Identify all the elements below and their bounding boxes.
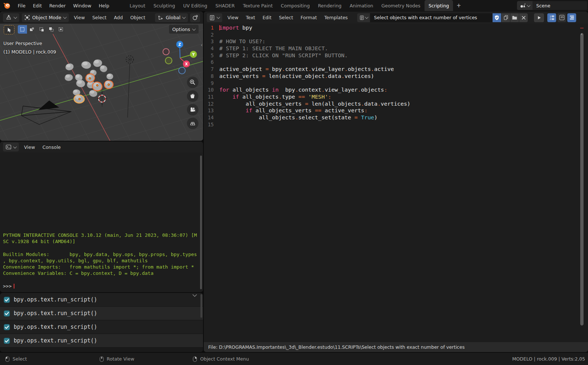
info-scrollbar[interactable] bbox=[200, 294, 202, 318]
info-report-row[interactable]: bpy.ops.text.run_script() bbox=[0, 334, 203, 348]
select-mode-extend-button[interactable] bbox=[27, 25, 37, 34]
open-text-button[interactable] bbox=[510, 13, 519, 22]
viewport-menu-object[interactable]: Object bbox=[126, 11, 149, 24]
info-report-row[interactable]: bpy.ops.text.run_script() bbox=[0, 293, 203, 307]
unlink-text-button[interactable] bbox=[519, 13, 528, 22]
viewport-sidebar-toggle[interactable]: ‹ bbox=[201, 42, 203, 48]
text-browse-button[interactable] bbox=[357, 13, 370, 22]
text-menu-format[interactable]: Format bbox=[297, 11, 321, 24]
text-menu-select[interactable]: Select bbox=[275, 11, 297, 24]
viewport-menu-add[interactable]: Add bbox=[110, 11, 126, 24]
workspace-tab-uv-editing[interactable]: UV Editing bbox=[179, 0, 211, 11]
fake-user-button[interactable] bbox=[493, 13, 501, 22]
topbar-menu-file[interactable]: File bbox=[14, 0, 29, 11]
code-line[interactable]: 7active_object = bpy.context.view_layer.… bbox=[204, 66, 588, 73]
code-line[interactable]: 2 bbox=[204, 31, 588, 38]
code-line[interactable]: 13 if all_objects_verts == active_verts: bbox=[204, 107, 588, 114]
camera-view-button[interactable] bbox=[187, 104, 199, 116]
text-name-field[interactable]: Select objects with exact number of vert… bbox=[370, 13, 492, 22]
new-text-button[interactable] bbox=[501, 13, 510, 22]
rock-object[interactable] bbox=[73, 89, 80, 95]
line-numbers-toggle[interactable]: 1 2 bbox=[547, 13, 556, 22]
viewport-canvas[interactable]: Z Y X bbox=[0, 24, 203, 141]
transform-orientation-dropdown[interactable]: Global bbox=[155, 13, 188, 22]
code-line[interactable]: 14 all_objects.select_set(state = True) bbox=[204, 114, 588, 121]
code-line[interactable]: 8active_verts = len(active_object.data.v… bbox=[204, 73, 588, 80]
console-editor-type-button[interactable] bbox=[3, 143, 19, 151]
select-mode-new-button[interactable] bbox=[18, 25, 27, 34]
chevron-down-icon bbox=[13, 145, 17, 149]
console-scrollbar[interactable] bbox=[200, 156, 202, 289]
workspace-tab-compositing[interactable]: Compositing bbox=[277, 0, 314, 11]
code-text: # STEP 2: CLICK ON "RUN SCRIPT" BUTTON. bbox=[219, 52, 348, 59]
collapse-chevron-icon[interactable] bbox=[192, 294, 197, 297]
workspace-tab-scripting[interactable]: Scripting bbox=[425, 0, 453, 11]
syntax-highlight-toggle[interactable] bbox=[567, 13, 576, 22]
checkbox-icon[interactable] bbox=[4, 310, 10, 317]
code-line[interactable]: 9 bbox=[204, 80, 588, 87]
console-menu-console[interactable]: Console bbox=[39, 141, 65, 153]
run-script-button[interactable] bbox=[534, 13, 544, 22]
text-menu-text[interactable]: Text bbox=[242, 11, 259, 24]
workspace-tab-geometry-nodes[interactable]: Geometry Nodes bbox=[377, 0, 424, 11]
select-mode-subtract-button[interactable] bbox=[37, 25, 46, 34]
checkbox-icon[interactable] bbox=[4, 324, 10, 330]
scene-browse-button[interactable] bbox=[517, 1, 533, 10]
console-prompt-line[interactable]: >>> bbox=[3, 283, 200, 289]
workspace-tab-rendering[interactable]: Rendering bbox=[314, 0, 346, 11]
status-hint-object-context-menu: Object Context Menu bbox=[193, 356, 249, 362]
proportional-editing-button[interactable] bbox=[190, 13, 200, 22]
workspace-tab-layout[interactable]: Layout bbox=[125, 0, 149, 11]
console-body[interactable]: PYTHON INTERACTIVE CONSOLE 3.10.12 (main… bbox=[0, 153, 203, 292]
zoom-button[interactable] bbox=[187, 77, 199, 88]
tweak-tool-button[interactable] bbox=[4, 25, 14, 34]
code-line[interactable]: 10for all_objects in bpy.context.view_la… bbox=[204, 86, 588, 93]
rock-object-active[interactable] bbox=[74, 95, 85, 103]
text-menu-edit[interactable]: Edit bbox=[259, 11, 275, 24]
mode-dropdown[interactable]: Object Mode bbox=[22, 13, 69, 22]
gizmo-neg-x[interactable] bbox=[163, 49, 169, 55]
rock-object[interactable] bbox=[107, 74, 113, 79]
code-line[interactable]: 15 bbox=[204, 121, 588, 128]
viewport-menu-view[interactable]: View bbox=[70, 11, 89, 24]
pan-button[interactable] bbox=[187, 91, 199, 102]
code-line[interactable]: 1import bpy bbox=[204, 24, 588, 31]
workspace-tab-texture-paint[interactable]: Texture Paint bbox=[239, 0, 277, 11]
viewport-menu-select[interactable]: Select bbox=[88, 11, 110, 24]
topbar-menu-window[interactable]: Window bbox=[70, 0, 95, 11]
code-line[interactable]: 4# STEP 1: SELECT THE MAIN OBJECT. bbox=[204, 45, 588, 52]
text-menu-templates[interactable]: Templates bbox=[321, 11, 352, 24]
code-editor[interactable]: 1import bpy23# HOW TO USE?:4# STEP 1: SE… bbox=[204, 24, 588, 342]
workspace-tab-animation[interactable]: Animation bbox=[346, 0, 378, 11]
viewport-editor-type-button[interactable] bbox=[3, 13, 19, 22]
scene-name-field[interactable]: Scene bbox=[533, 1, 587, 10]
code-line[interactable]: 11 if all_objects.type == 'MESH': bbox=[204, 93, 588, 100]
gizmo-neg-y[interactable] bbox=[165, 57, 172, 64]
text-menu-view[interactable]: View bbox=[224, 11, 242, 24]
checkbox-icon[interactable] bbox=[4, 338, 10, 344]
select-mode-invert-button[interactable] bbox=[47, 25, 56, 34]
text-editor-type-button[interactable] bbox=[207, 13, 222, 22]
code-line[interactable]: 5# STEP 2: CLICK ON "RUN SCRIPT" BUTTON. bbox=[204, 52, 588, 59]
checkbox-icon[interactable] bbox=[4, 297, 10, 303]
gizmo-neg-z[interactable] bbox=[179, 67, 185, 74]
blender-logo-icon[interactable] bbox=[3, 1, 11, 10]
info-report-row[interactable]: bpy.ops.text.run_script() bbox=[0, 320, 203, 334]
new-workspace-button[interactable]: + bbox=[453, 0, 464, 11]
text-sidebar-toggle[interactable]: ‹ bbox=[580, 31, 583, 37]
select-mode-intersect-button[interactable] bbox=[56, 25, 65, 34]
options-dropdown[interactable]: Options bbox=[169, 25, 199, 34]
code-line[interactable]: 6 bbox=[204, 59, 588, 66]
topbar-menu-edit[interactable]: Edit bbox=[29, 0, 45, 11]
word-wrap-toggle[interactable] bbox=[557, 13, 566, 22]
topbar-menu-help[interactable]: Help bbox=[95, 0, 113, 11]
console-menu-view[interactable]: View bbox=[20, 141, 39, 153]
info-report-row[interactable]: bpy.ops.text.run_script() bbox=[0, 307, 203, 320]
code-scrollbar[interactable] bbox=[580, 33, 584, 325]
workspace-tab-shader[interactable]: SHADER bbox=[212, 0, 239, 11]
code-line[interactable]: 3# HOW TO USE?: bbox=[204, 38, 588, 45]
workspace-tab-sculpting[interactable]: Sculpting bbox=[149, 0, 179, 11]
toggle-ortho-button[interactable] bbox=[187, 118, 199, 129]
topbar-menu-render[interactable]: Render bbox=[45, 0, 70, 11]
code-line[interactable]: 12 all_objects_verts = len(all_objects.d… bbox=[204, 100, 588, 108]
